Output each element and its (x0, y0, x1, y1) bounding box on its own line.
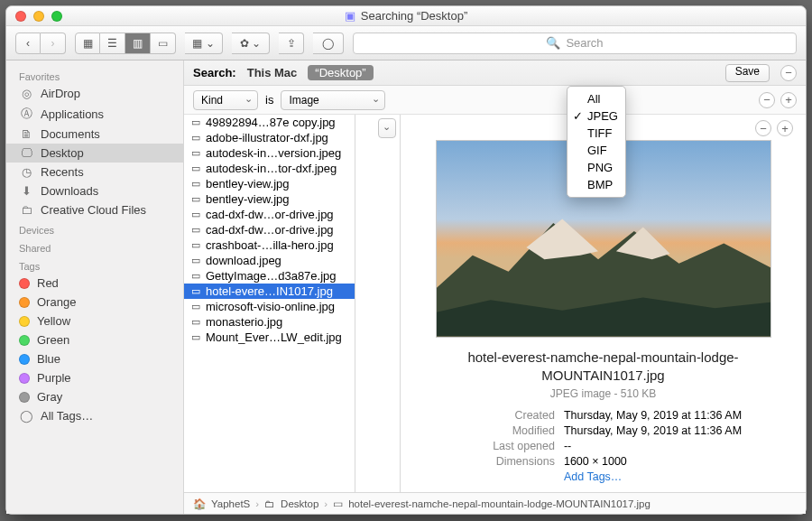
column-options[interactable] (378, 118, 396, 138)
list-view-button[interactable]: ☰ (100, 33, 125, 54)
share-button[interactable]: ⇪ (279, 33, 304, 54)
close-window-button[interactable] (15, 11, 26, 22)
preview-metadata: CreatedThursday, May 9, 2019 at 11:36 AM… (465, 409, 742, 483)
sidebar-item-blue[interactable]: Blue (6, 349, 183, 368)
sidebar-item-airdrop[interactable]: ◎AirDrop (6, 84, 183, 103)
sidebar-item-red[interactable]: Red (6, 274, 183, 293)
search-label: Search: (193, 66, 236, 79)
back-button[interactable]: ‹ (15, 33, 41, 54)
dropdown-item-jpeg[interactable]: JPEG (567, 107, 625, 125)
chevron-right-icon: › (255, 498, 259, 509)
meta-key: Created (465, 409, 555, 422)
tag-color-icon (19, 335, 30, 346)
file-list-item[interactable]: ▭cad-dxf-dw…or-drive.jpg (184, 222, 355, 237)
tag-color-icon (19, 316, 30, 327)
sidebar-item-applications[interactable]: ⒶApplications (6, 103, 183, 125)
file-name: autodesk-in…tor-dxf.jpeg (206, 162, 337, 175)
sidebar-item-desktop[interactable]: 🖵Desktop (6, 144, 183, 163)
file-list-item[interactable]: ▭bentley-view.jpg (184, 191, 355, 207)
add-tags-button[interactable]: Add Tags… (564, 470, 742, 483)
dropdown-item-all[interactable]: All (567, 90, 625, 107)
file-list[interactable]: ▭49892894…87e copy.jpg▭adobe-illustrator… (184, 115, 355, 492)
image-file-icon: ▭ (191, 239, 200, 251)
criteria-value[interactable]: Image (281, 90, 385, 110)
file-name: Mount_Ever…LW_edit.jpg (206, 330, 342, 344)
main-content: Search: This Mac “Desktop” Save − Kind i… (184, 60, 806, 514)
meta-value: Thursday, May 9, 2019 at 11:36 AM (564, 409, 742, 422)
apps-icon: Ⓐ (19, 106, 33, 122)
file-name: bentley-view.jpg (206, 192, 290, 206)
file-list-item[interactable]: ▭autodesk-in…tor-dxf.jpeg (184, 161, 355, 176)
scope-desktop[interactable]: “Desktop” (308, 65, 373, 80)
sidebar-item-label: Yellow (37, 314, 70, 328)
preview-add-button[interactable]: + (777, 120, 793, 136)
sidebar-section-label: Devices (6, 219, 183, 237)
sidebar-item-label: Blue (37, 352, 60, 366)
tags-button[interactable]: ◯ (313, 33, 344, 54)
criteria-operator: is (265, 93, 273, 107)
file-list-item[interactable]: ▭monasterio.jpg (184, 314, 355, 330)
forward-button[interactable]: › (41, 33, 66, 54)
sidebar: Favorites◎AirDropⒶApplications🗎Documents… (6, 60, 184, 514)
dropdown-item-gif[interactable]: GIF (567, 142, 625, 159)
file-list-item[interactable]: ▭cad-dxf-dw…or-drive.jpg (184, 207, 355, 222)
image-file-icon: ▭ (191, 331, 200, 343)
file-list-item[interactable]: ▭crashboat-…illa-hero.jpg (184, 237, 355, 253)
sidebar-item-gray[interactable]: Gray (6, 387, 183, 406)
zoom-window-button[interactable] (51, 11, 62, 22)
dropdown-item-png[interactable]: PNG (567, 159, 625, 176)
chevron-right-icon: › (324, 498, 328, 509)
remove-criteria-button[interactable]: − (759, 92, 775, 108)
sidebar-item-downloads[interactable]: ⬇Downloads (6, 181, 183, 200)
file-name: crashboat-…illa-hero.jpg (206, 238, 334, 252)
sidebar-item-documents[interactable]: 🗎Documents (6, 125, 183, 144)
file-list-item[interactable]: ▭Mount_Ever…LW_edit.jpg (184, 330, 355, 345)
sidebar-item-yellow[interactable]: Yellow (6, 312, 183, 330)
image-file-icon: ▭ (191, 209, 200, 220)
path-bar[interactable]: 🏠YaphetS›🗀Desktop›▭hotel-everest-namche-… (184, 492, 806, 514)
search-input[interactable]: 🔍 Search (353, 33, 797, 54)
sidebar-item-all-tags-[interactable]: ◯All Tags… (6, 406, 183, 425)
sidebar-item-recents[interactable]: ◷Recents (6, 163, 183, 181)
dropdown-item-bmp[interactable]: BMP (567, 176, 625, 193)
path-segment[interactable]: YaphetS (211, 498, 250, 509)
sidebar-item-purple[interactable]: Purple (6, 368, 183, 387)
preview-remove-button[interactable]: − (755, 120, 771, 136)
file-list-item[interactable]: ▭microsoft-visio-online.jpg (184, 299, 355, 314)
image-file-icon: ▭ (191, 147, 200, 159)
meta-value: -- (564, 440, 742, 452)
group-by-button[interactable]: ▦ ⌄ (185, 33, 223, 54)
add-criteria-button[interactable]: + (780, 92, 797, 108)
file-list-item[interactable]: ▭hotel-evere…IN1017.jpg (184, 284, 355, 299)
icon-view-button[interactable]: ▦ (75, 33, 100, 54)
sidebar-item-label: Red (37, 276, 59, 290)
action-menu-button[interactable]: ✿ ⌄ (232, 33, 270, 54)
tag-color-icon (19, 392, 30, 403)
sidebar-item-label: Recents (41, 165, 84, 179)
remove-scope-button[interactable]: − (780, 65, 797, 81)
sidebar-item-green[interactable]: Green (6, 330, 183, 349)
dropdown-item-tiff[interactable]: TIFF (567, 125, 625, 142)
file-list-item[interactable]: ▭49892894…87e copy.jpg (184, 115, 355, 130)
gallery-view-button[interactable]: ▭ (151, 33, 176, 54)
tag-color-icon (19, 278, 30, 289)
preview-filename: hotel-everest-namche-nepal-mountain-lodg… (432, 349, 775, 384)
file-list-item[interactable]: ▭download.jpeg (184, 253, 355, 268)
save-search-button[interactable]: Save (725, 64, 770, 82)
sidebar-item-orange[interactable]: Orange (6, 293, 183, 312)
scope-this-mac[interactable]: This Mac (247, 66, 298, 79)
path-segment[interactable]: Desktop (281, 498, 318, 509)
criteria-attribute[interactable]: Kind (193, 90, 258, 110)
sidebar-item-creative-cloud-files[interactable]: 🗀Creative Cloud Files (6, 200, 183, 219)
minimize-window-button[interactable] (33, 11, 44, 22)
file-list-item[interactable]: ▭bentley-view.jpg (184, 176, 355, 191)
tag-color-icon (19, 297, 30, 308)
column-view-button[interactable]: ▥ (125, 33, 151, 54)
sidebar-item-label: Documents (41, 127, 100, 141)
file-list-item[interactable]: ▭GettyImage…d3a87e.jpg (184, 268, 355, 284)
path-segment[interactable]: hotel-everest-namche-nepal-mountain-lodg… (348, 498, 651, 509)
sidebar-item-label: Gray (37, 390, 62, 404)
image-file-icon: ▭ (191, 255, 200, 266)
file-list-item[interactable]: ▭autodesk-in…version.jpeg (184, 145, 355, 161)
file-list-item[interactable]: ▭adobe-illustrator-dxf.jpg (184, 130, 355, 145)
